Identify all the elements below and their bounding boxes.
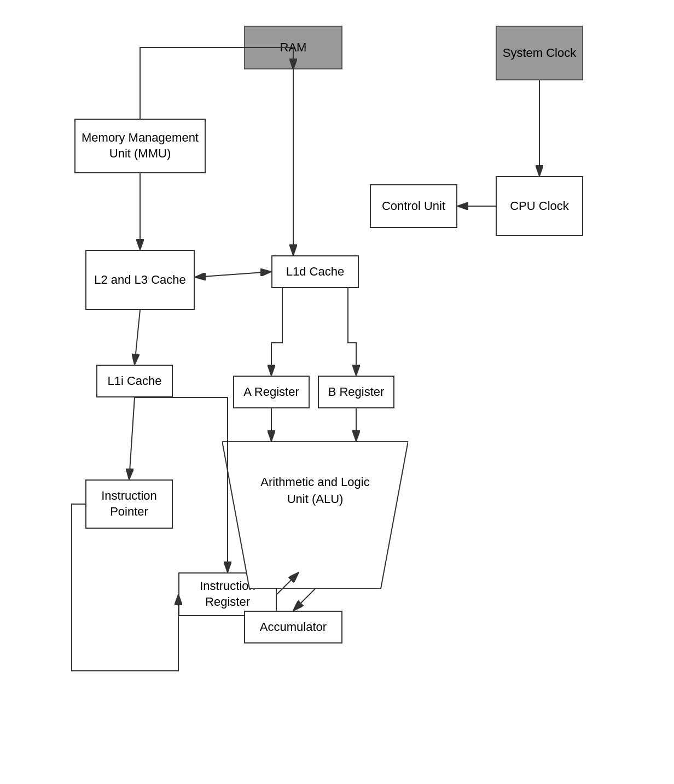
- l1i-cache-label: L1i Cache: [107, 373, 161, 389]
- accumulator-box: Accumulator: [244, 611, 342, 643]
- control-unit-label: Control Unit: [382, 198, 445, 214]
- alu-label: Arithmetic and Logic Unit (ALU): [260, 475, 369, 506]
- system-clock-box: System Clock: [496, 26, 583, 80]
- svg-line-13: [293, 589, 315, 611]
- a-register-label: A Register: [243, 384, 299, 400]
- b-register-box: B Register: [318, 376, 394, 408]
- l1d-cache-box: L1d Cache: [271, 255, 359, 288]
- svg-marker-0: [222, 441, 408, 589]
- alu-shape: [222, 441, 408, 589]
- cpu-clock-label: CPU Clock: [510, 198, 569, 214]
- cpu-clock-box: CPU Clock: [496, 176, 583, 236]
- control-unit-box: Control Unit: [370, 184, 457, 228]
- ram-label: RAM: [280, 40, 307, 56]
- a-register-box: A Register: [233, 376, 310, 408]
- l1d-cache-label: L1d Cache: [286, 264, 344, 280]
- ram-box: RAM: [244, 26, 342, 69]
- l1i-cache-box: L1i Cache: [96, 365, 173, 397]
- accumulator-label: Accumulator: [260, 619, 327, 635]
- l2l3-cache-box: L2 and L3 Cache: [85, 250, 195, 310]
- instruction-pointer-label: Instruction Pointer: [91, 488, 167, 519]
- mmu-label: Memory Management Unit (MMU): [80, 130, 200, 161]
- svg-line-9: [129, 397, 135, 479]
- b-register-label: B Register: [328, 384, 385, 400]
- system-clock-label: System Clock: [503, 45, 576, 61]
- mmu-box: Memory Management Unit (MMU): [74, 119, 206, 173]
- alu-box: Arithmetic and Logic Unit (ALU): [222, 441, 408, 589]
- diagram-container: RAM System Clock Memory Management Unit …: [63, 15, 611, 769]
- svg-line-7: [195, 272, 271, 277]
- l2l3-cache-label: L2 and L3 Cache: [94, 272, 186, 288]
- instruction-pointer-box: Instruction Pointer: [85, 479, 173, 529]
- svg-line-8: [135, 310, 140, 365]
